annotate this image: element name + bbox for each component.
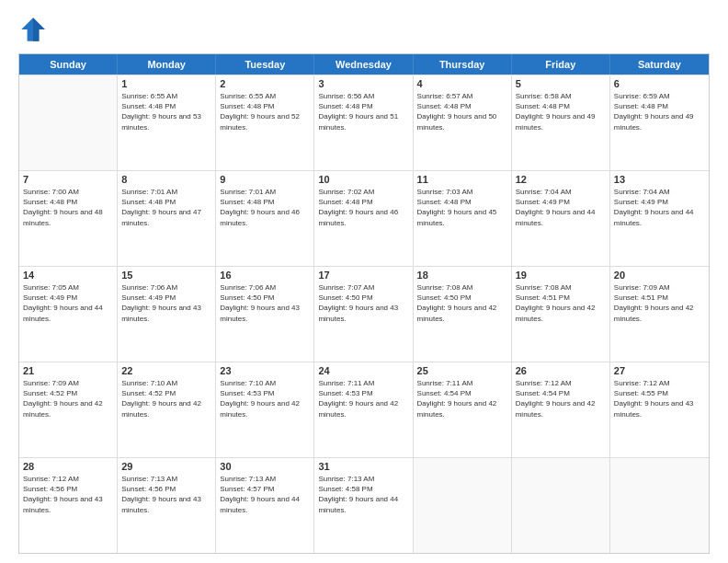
cell-info: Sunrise: 7:10 AMSunset: 4:53 PMDaylight:… (220, 378, 310, 419)
cell-info: Sunrise: 7:13 AMSunset: 4:56 PMDaylight:… (121, 474, 211, 515)
calendar-cell: 20Sunrise: 7:09 AMSunset: 4:51 PMDayligh… (610, 267, 709, 362)
day-number: 7 (23, 174, 113, 185)
day-number: 27 (614, 365, 705, 376)
calendar: SundayMondayTuesdayWednesdayThursdayFrid… (18, 53, 710, 554)
day-number: 26 (516, 365, 606, 376)
day-number: 22 (121, 365, 211, 376)
cell-info: Sunrise: 7:01 AMSunset: 4:48 PMDaylight:… (121, 187, 211, 228)
day-number: 9 (220, 174, 310, 185)
cell-info: Sunrise: 7:06 AMSunset: 4:49 PMDaylight:… (121, 282, 211, 324)
calendar-cell: 24Sunrise: 7:11 AMSunset: 4:53 PMDayligh… (314, 362, 413, 457)
cell-info: Sunrise: 7:08 AMSunset: 4:51 PMDaylight:… (516, 282, 606, 324)
calendar-cell: 15Sunrise: 7:06 AMSunset: 4:49 PMDayligh… (118, 267, 216, 362)
calendar-cell (19, 75, 118, 170)
calendar-row: 21Sunrise: 7:09 AMSunset: 4:52 PMDayligh… (19, 362, 709, 457)
day-number: 2 (220, 78, 310, 89)
weekday-header: Tuesday (216, 54, 314, 75)
calendar-cell: 30Sunrise: 7:13 AMSunset: 4:57 PMDayligh… (216, 458, 314, 553)
day-number: 5 (516, 78, 606, 89)
cell-info: Sunrise: 7:12 AMSunset: 4:56 PMDaylight:… (23, 474, 113, 515)
calendar-cell: 5Sunrise: 6:58 AMSunset: 4:48 PMDaylight… (512, 75, 610, 170)
cell-info: Sunrise: 6:58 AMSunset: 4:48 PMDaylight:… (516, 91, 606, 132)
calendar-body: 1Sunrise: 6:55 AMSunset: 4:48 PMDaylight… (19, 75, 709, 553)
calendar-header: SundayMondayTuesdayWednesdayThursdayFrid… (19, 54, 709, 75)
day-number: 3 (318, 78, 408, 89)
day-number: 28 (23, 461, 113, 472)
day-number: 18 (417, 270, 507, 281)
cell-info: Sunrise: 7:12 AMSunset: 4:55 PMDaylight:… (614, 378, 705, 419)
calendar-cell: 2Sunrise: 6:55 AMSunset: 4:48 PMDaylight… (216, 75, 314, 170)
cell-info: Sunrise: 7:08 AMSunset: 4:50 PMDaylight:… (417, 282, 507, 324)
cell-info: Sunrise: 7:02 AMSunset: 4:48 PMDaylight:… (318, 187, 408, 228)
day-number: 21 (23, 365, 113, 376)
cell-info: Sunrise: 7:10 AMSunset: 4:52 PMDaylight:… (121, 378, 211, 419)
calendar-cell (512, 458, 610, 553)
day-number: 20 (614, 270, 705, 281)
cell-info: Sunrise: 7:12 AMSunset: 4:54 PMDaylight:… (516, 378, 606, 419)
cell-info: Sunrise: 6:59 AMSunset: 4:48 PMDaylight:… (614, 91, 705, 132)
calendar-cell: 10Sunrise: 7:02 AMSunset: 4:48 PMDayligh… (314, 171, 413, 266)
calendar-cell (414, 458, 512, 553)
calendar-cell: 16Sunrise: 7:06 AMSunset: 4:50 PMDayligh… (216, 267, 314, 362)
cell-info: Sunrise: 7:09 AMSunset: 4:52 PMDaylight:… (23, 378, 113, 419)
calendar-row: 1Sunrise: 6:55 AMSunset: 4:48 PMDaylight… (19, 75, 709, 170)
logo-icon (18, 15, 48, 44)
day-number: 15 (121, 270, 211, 281)
cell-info: Sunrise: 7:01 AMSunset: 4:48 PMDaylight:… (220, 187, 310, 228)
cell-info: Sunrise: 7:00 AMSunset: 4:48 PMDaylight:… (23, 187, 113, 228)
calendar-cell: 9Sunrise: 7:01 AMSunset: 4:48 PMDaylight… (216, 171, 314, 266)
calendar-cell: 18Sunrise: 7:08 AMSunset: 4:50 PMDayligh… (414, 267, 512, 362)
calendar-cell: 25Sunrise: 7:11 AMSunset: 4:54 PMDayligh… (414, 362, 512, 457)
calendar-cell: 13Sunrise: 7:04 AMSunset: 4:49 PMDayligh… (610, 171, 709, 266)
cell-info: Sunrise: 6:57 AMSunset: 4:48 PMDaylight:… (417, 91, 507, 132)
weekday-header: Friday (512, 54, 610, 75)
day-number: 1 (121, 78, 211, 89)
day-number: 30 (220, 461, 310, 472)
cell-info: Sunrise: 7:05 AMSunset: 4:49 PMDaylight:… (23, 282, 113, 324)
day-number: 6 (614, 78, 705, 89)
cell-info: Sunrise: 7:09 AMSunset: 4:51 PMDaylight:… (614, 282, 705, 324)
calendar-cell: 3Sunrise: 6:56 AMSunset: 4:48 PMDaylight… (314, 75, 413, 170)
calendar-cell: 1Sunrise: 6:55 AMSunset: 4:48 PMDaylight… (118, 75, 216, 170)
cell-info: Sunrise: 7:13 AMSunset: 4:57 PMDaylight:… (220, 474, 310, 515)
day-number: 19 (516, 270, 606, 281)
calendar-cell: 27Sunrise: 7:12 AMSunset: 4:55 PMDayligh… (610, 362, 709, 457)
weekday-header: Wednesday (314, 54, 413, 75)
cell-info: Sunrise: 7:13 AMSunset: 4:58 PMDaylight:… (318, 474, 408, 515)
calendar-cell: 12Sunrise: 7:04 AMSunset: 4:49 PMDayligh… (512, 171, 610, 266)
cell-info: Sunrise: 7:06 AMSunset: 4:50 PMDaylight:… (220, 282, 310, 324)
calendar-cell: 22Sunrise: 7:10 AMSunset: 4:52 PMDayligh… (118, 362, 216, 457)
calendar-cell: 6Sunrise: 6:59 AMSunset: 4:48 PMDaylight… (610, 75, 709, 170)
weekday-header: Thursday (414, 54, 512, 75)
calendar-cell: 19Sunrise: 7:08 AMSunset: 4:51 PMDayligh… (512, 267, 610, 362)
calendar-cell: 17Sunrise: 7:07 AMSunset: 4:50 PMDayligh… (314, 267, 413, 362)
calendar-row: 7Sunrise: 7:00 AMSunset: 4:48 PMDaylight… (19, 170, 709, 266)
calendar-cell: 31Sunrise: 7:13 AMSunset: 4:58 PMDayligh… (314, 458, 413, 553)
day-number: 24 (318, 365, 408, 376)
cell-info: Sunrise: 7:07 AMSunset: 4:50 PMDaylight:… (318, 282, 408, 324)
cell-info: Sunrise: 6:56 AMSunset: 4:48 PMDaylight:… (318, 91, 408, 132)
calendar-cell: 29Sunrise: 7:13 AMSunset: 4:56 PMDayligh… (118, 458, 216, 553)
weekday-header: Monday (118, 54, 216, 75)
day-number: 29 (121, 461, 211, 472)
svg-marker-1 (33, 17, 45, 41)
weekday-header: Sunday (19, 54, 118, 75)
calendar-cell (610, 458, 709, 553)
cell-info: Sunrise: 6:55 AMSunset: 4:48 PMDaylight:… (220, 91, 310, 132)
day-number: 12 (516, 174, 606, 185)
cell-info: Sunrise: 7:03 AMSunset: 4:48 PMDaylight:… (417, 187, 507, 228)
day-number: 16 (220, 270, 310, 281)
calendar-cell: 4Sunrise: 6:57 AMSunset: 4:48 PMDaylight… (414, 75, 512, 170)
cell-info: Sunrise: 7:04 AMSunset: 4:49 PMDaylight:… (614, 187, 705, 228)
day-number: 25 (417, 365, 507, 376)
cell-info: Sunrise: 6:55 AMSunset: 4:48 PMDaylight:… (121, 91, 211, 132)
day-number: 4 (417, 78, 507, 89)
header (18, 15, 710, 44)
day-number: 13 (614, 174, 705, 185)
day-number: 11 (417, 174, 507, 185)
logo (18, 15, 53, 44)
calendar-cell: 14Sunrise: 7:05 AMSunset: 4:49 PMDayligh… (19, 267, 118, 362)
calendar-cell: 21Sunrise: 7:09 AMSunset: 4:52 PMDayligh… (19, 362, 118, 457)
weekday-header: Saturday (610, 54, 709, 75)
day-number: 23 (220, 365, 310, 376)
